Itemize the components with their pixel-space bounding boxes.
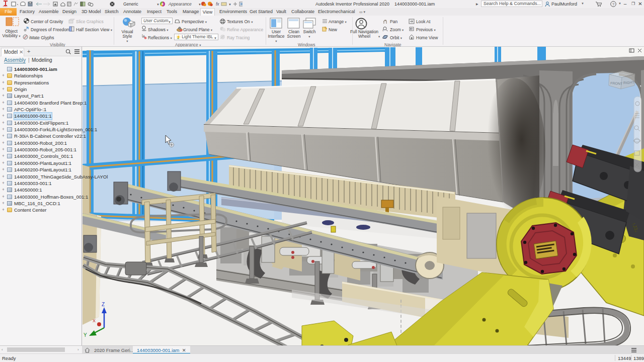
svg-text:fx: fx xyxy=(216,2,219,7)
svg-text:Z: Z xyxy=(102,302,105,307)
svg-text:?: ? xyxy=(612,2,615,7)
svg-text:PRO: PRO xyxy=(3,5,8,7)
svg-text:▼: ▼ xyxy=(228,3,231,6)
svg-text:Y: Y xyxy=(84,332,87,338)
svg-text:Generic: Generic xyxy=(123,2,139,7)
svg-text:RIGHT: RIGHT xyxy=(623,80,635,84)
svg-text:±: ± xyxy=(382,29,384,32)
svg-text:X: X xyxy=(93,318,96,323)
svg-text:Appearance: Appearance xyxy=(168,2,192,7)
svg-text:▼: ▼ xyxy=(198,3,201,6)
svg-text:FRONT: FRONT xyxy=(610,81,623,85)
svg-text:▼: ▼ xyxy=(156,3,159,6)
